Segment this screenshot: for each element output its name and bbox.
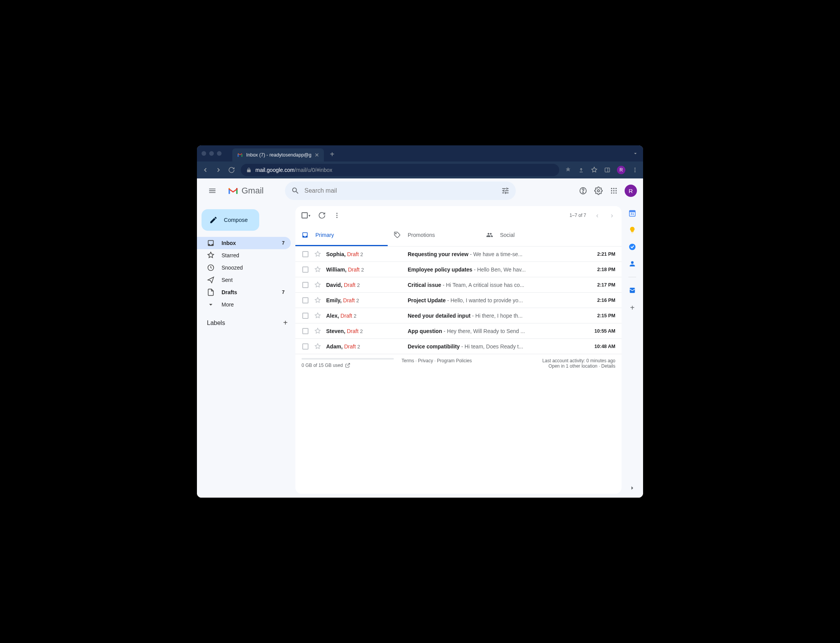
refresh-button[interactable] — [318, 212, 326, 219]
tab-promotions[interactable]: Promotions — [388, 225, 480, 246]
email-row[interactable]: Sophia, Draft 2 Requesting your review -… — [295, 247, 622, 262]
sidepanel-icon[interactable] — [604, 167, 611, 173]
caret-down-icon: ▾ — [308, 213, 310, 218]
tasks-app-icon[interactable] — [628, 243, 636, 251]
apps-icon[interactable] — [609, 186, 618, 195]
support-icon[interactable] — [578, 186, 588, 195]
svg-point-21 — [395, 233, 396, 234]
sidebar-count: 7 — [282, 290, 285, 295]
row-checkbox[interactable] — [302, 343, 309, 350]
tab-primary[interactable]: Primary — [295, 225, 388, 246]
row-star-button[interactable] — [314, 282, 322, 288]
addon-app-icon[interactable] — [628, 287, 636, 294]
contacts-app-icon[interactable] — [628, 260, 636, 268]
address-bar[interactable]: mail.google.com/mail/u/0/#inbox — [241, 164, 559, 176]
svg-point-8 — [611, 188, 612, 189]
row-checkbox[interactable] — [302, 313, 309, 319]
maximize-window-button[interactable] — [217, 151, 222, 156]
tab-close-button[interactable]: ✕ — [315, 152, 319, 158]
lock-icon — [246, 167, 252, 173]
tabs-overflow-button[interactable] — [632, 150, 638, 157]
settings-icon[interactable] — [594, 186, 603, 195]
row-checkbox[interactable] — [302, 282, 309, 288]
toolbar-right: 1–7 of 7 ‹ › — [570, 212, 615, 220]
row-subject-snippet: Project Update - Hello, I wanted to prov… — [408, 297, 584, 303]
sidebar-item-sent[interactable]: Sent — [197, 274, 291, 286]
forward-button[interactable] — [215, 166, 222, 174]
row-star-button[interactable] — [314, 251, 322, 258]
browser-profile-button[interactable]: R — [617, 166, 625, 174]
row-checkbox[interactable] — [302, 297, 309, 303]
browser-menu-button[interactable] — [632, 167, 638, 173]
minimize-window-button[interactable] — [209, 151, 214, 156]
next-page-button[interactable]: › — [608, 212, 615, 220]
email-row[interactable]: William, Draft 2 Employee policy updates… — [295, 262, 622, 277]
sidebar-item-drafts[interactable]: Drafts 7 — [197, 286, 291, 298]
email-row[interactable]: David, Draft 2 Critical issue - Hi Team,… — [295, 277, 622, 293]
row-sender: Steven, Draft 2 — [326, 328, 403, 334]
prev-page-button[interactable]: ‹ — [594, 212, 601, 220]
side-divider — [628, 277, 636, 277]
row-star-button[interactable] — [314, 343, 322, 350]
get-addons-button[interactable]: + — [630, 303, 635, 312]
account-button[interactable]: R — [625, 185, 637, 197]
labels-title: Labels — [207, 320, 225, 326]
email-row[interactable]: Emily, Draft 2 Project Update - Hello, I… — [295, 293, 622, 308]
storage-section: 0 GB of 15 GB used — [302, 358, 394, 369]
search-icon[interactable] — [291, 187, 300, 195]
main-menu-button[interactable] — [203, 187, 222, 195]
calendar-app-icon[interactable]: 31 — [628, 209, 636, 217]
sidebar-label: Drafts — [222, 289, 275, 295]
row-checkbox[interactable] — [302, 328, 309, 334]
svg-point-14 — [611, 192, 612, 193]
row-star-button[interactable] — [314, 312, 322, 319]
browser-tab[interactable]: Inbox (7) - readytosendapp@g ✕ — [232, 148, 324, 162]
open-storage-icon[interactable] — [345, 363, 350, 368]
compose-button[interactable]: Compose — [202, 209, 259, 231]
policies-link[interactable]: Program Policies — [437, 358, 472, 363]
select-all-checkbox[interactable]: ▾ — [302, 212, 310, 218]
back-button[interactable] — [202, 166, 209, 174]
email-row[interactable]: Steven, Draft 2 App question - Hey there… — [295, 323, 622, 339]
url-text: mail.google.com/mail/u/0/#inbox — [255, 167, 332, 173]
row-time: 10:48 AM — [588, 344, 615, 349]
sidebar-item-snoozed[interactable]: Snoozed — [197, 262, 291, 274]
row-sender: Alex, Draft 2 — [326, 313, 403, 319]
row-subject-snippet: Need your detailed input - Hi there, I h… — [408, 313, 584, 319]
sidebar-label: Starred — [222, 252, 285, 258]
close-window-button[interactable] — [202, 151, 206, 156]
email-row[interactable]: Alex, Draft 2 Need your detailed input -… — [295, 308, 622, 323]
chevron-down-icon — [207, 301, 215, 308]
add-label-button[interactable]: + — [283, 318, 288, 327]
header-right: R — [578, 185, 637, 197]
row-star-button[interactable] — [314, 297, 322, 304]
details-link[interactable]: Details — [601, 363, 615, 369]
keep-app-icon[interactable] — [628, 226, 636, 234]
search-options-icon[interactable] — [501, 187, 510, 195]
email-row[interactable]: Adam, Draft 2 Device compatibility - Hi … — [295, 339, 622, 354]
extensions-icon[interactable] — [565, 167, 572, 173]
gmail-app: Gmail R Compose — [197, 178, 643, 498]
gmail-logo[interactable]: Gmail — [228, 186, 263, 196]
row-checkbox[interactable] — [302, 251, 309, 257]
sidebar-item-more[interactable]: More — [197, 298, 291, 311]
row-checkbox[interactable] — [302, 267, 309, 273]
reload-button[interactable] — [228, 166, 235, 174]
open-in-link[interactable]: Open in 1 other location — [548, 363, 597, 369]
svg-point-18 — [337, 213, 338, 214]
row-star-button[interactable] — [314, 266, 322, 273]
sidebar-item-starred[interactable]: Starred — [197, 249, 291, 262]
privacy-link[interactable]: Privacy — [418, 358, 433, 363]
new-tab-button[interactable]: + — [330, 150, 335, 159]
row-sender: David, Draft 2 — [326, 282, 403, 288]
share-icon[interactable] — [578, 167, 585, 173]
terms-link[interactable]: Terms — [402, 358, 414, 363]
sidebar-item-inbox[interactable]: Inbox 7 — [197, 237, 291, 249]
search-input[interactable] — [304, 187, 497, 194]
row-star-button[interactable] — [314, 328, 322, 335]
tab-social[interactable]: Social — [480, 225, 572, 246]
more-actions-button[interactable] — [333, 212, 340, 219]
clock-icon — [207, 264, 215, 272]
collapse-panel-button[interactable] — [629, 485, 636, 491]
bookmark-icon[interactable] — [591, 167, 598, 173]
